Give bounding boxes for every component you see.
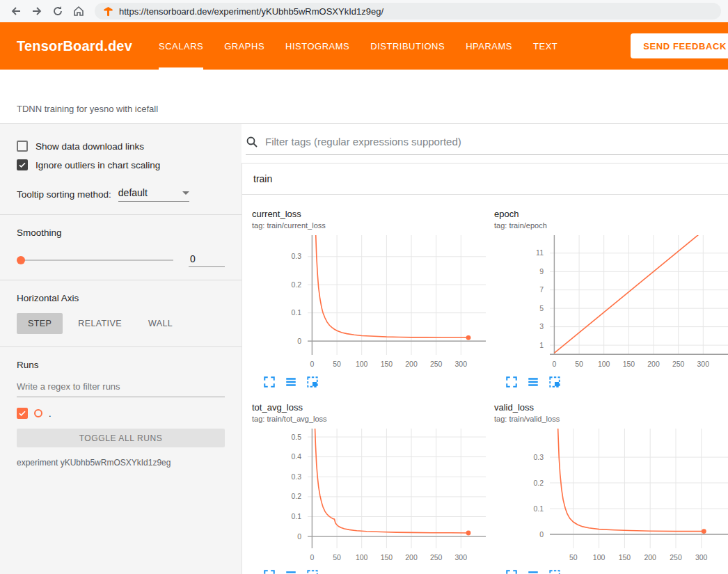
scalars-main-panel: train current_loss tag: train/current_lo…: [242, 124, 728, 574]
home-icon[interactable]: [70, 2, 88, 20]
chevron-down-icon: [182, 191, 189, 195]
sidebar-divider: [0, 346, 242, 347]
svg-text:0: 0: [539, 530, 544, 539]
expand-chart-icon[interactable]: [505, 376, 518, 388]
top-nav: SCALARS GRAPHS HISTOGRAMS DISTRIBUTIONS …: [159, 22, 557, 70]
svg-text:0: 0: [297, 337, 301, 345]
slider-thumb[interactable]: [17, 256, 25, 264]
svg-text:0.2: 0.2: [291, 492, 301, 500]
svg-text:50: 50: [333, 360, 341, 368]
svg-text:0: 0: [310, 553, 314, 561]
run-row[interactable]: .: [17, 408, 225, 419]
svg-text:0: 0: [297, 532, 301, 541]
svg-text:200: 200: [647, 360, 660, 368]
ignore-outliers-checkbox[interactable]: [17, 159, 28, 170]
axis-step-button[interactable]: STEP: [17, 313, 63, 334]
svg-text:0.2: 0.2: [533, 479, 544, 487]
sidebar-divider: [0, 214, 242, 215]
tab-graphs[interactable]: GRAPHS: [224, 22, 264, 70]
address-bar[interactable]: https://tensorboard.dev/experiment/yKUbh…: [95, 3, 721, 19]
svg-text:11: 11: [536, 248, 544, 257]
svg-text:300: 300: [697, 360, 710, 368]
chart-actions: [252, 376, 490, 388]
chart-card-epoch: epoch tag: train/epoch 13579110501001502…: [490, 209, 728, 388]
tab-distributions[interactable]: DISTRIBUTIONS: [370, 22, 445, 70]
svg-text:150: 150: [619, 553, 631, 561]
svg-text:0.2: 0.2: [291, 280, 301, 289]
data-table-icon[interactable]: [527, 569, 539, 574]
svg-text:150: 150: [381, 553, 393, 561]
expand-chart-icon[interactable]: [505, 569, 518, 574]
svg-text:200: 200: [644, 553, 656, 561]
fit-domain-icon[interactable]: [306, 569, 319, 574]
axis-wall-button[interactable]: WALL: [137, 313, 184, 334]
svg-text:0.3: 0.3: [291, 472, 301, 481]
smoothing-value-field[interactable]: [189, 253, 225, 267]
chart-actions: [494, 569, 728, 574]
scalar-chart[interactable]: 00.10.20.3050100150200250300: [252, 232, 490, 373]
send-feedback-button[interactable]: SEND FEEDBACK: [631, 33, 728, 58]
forward-icon[interactable]: [28, 2, 46, 20]
expand-chart-icon[interactable]: [263, 376, 276, 388]
toggle-all-runs-button[interactable]: TOGGLE ALL RUNS: [17, 429, 225, 447]
svg-text:300: 300: [455, 360, 468, 368]
smoothing-label: Smoothing: [17, 228, 225, 238]
scalar-chart[interactable]: 00.10.20.30.40.5050100150200250300: [252, 426, 490, 566]
experiment-subtitle-bar: TDNN training for yesno with icefall: [0, 70, 728, 124]
show-download-links-label: Show data download links: [35, 141, 144, 152]
back-icon[interactable]: [7, 2, 25, 20]
fit-domain-icon[interactable]: [306, 376, 319, 388]
fit-domain-icon[interactable]: [548, 569, 561, 574]
app-header: TensorBoard.dev SCALARS GRAPHS HISTOGRAM…: [0, 22, 728, 70]
run-color-swatch: [34, 409, 42, 417]
data-table-icon[interactable]: [527, 376, 539, 388]
url-text: https://tensorboard.dev/experiment/yKUbh…: [119, 6, 383, 17]
section-header-train[interactable]: train: [242, 164, 728, 195]
chart-card-valid-loss: valid_loss tag: train/valid_loss 00.10.2…: [490, 402, 728, 574]
tensorboard-favicon: [103, 6, 113, 17]
chart-card-tot-avg-loss: tot_avg_loss tag: train/tot_avg_loss 00.…: [248, 402, 490, 574]
svg-text:100: 100: [356, 360, 368, 368]
tab-histograms[interactable]: HISTOGRAMS: [285, 22, 349, 70]
svg-text:3: 3: [539, 322, 544, 330]
chart-title: valid_loss: [494, 402, 728, 413]
svg-text:150: 150: [623, 360, 635, 368]
show-download-links-checkbox[interactable]: [17, 141, 28, 152]
charts-grid: current_loss tag: train/current_loss 00.…: [242, 195, 728, 574]
browser-chrome: https://tensorboard.dev/experiment/yKUbh…: [0, 0, 728, 22]
data-table-icon[interactable]: [285, 569, 297, 574]
scalar-chart[interactable]: 1357911050100150200250300: [494, 232, 728, 373]
chart-tag: tag: train/valid_loss: [494, 415, 728, 423]
svg-text:50: 50: [333, 553, 341, 561]
chart-card-current-loss: current_loss tag: train/current_loss 00.…: [248, 209, 490, 388]
tag-filter-input[interactable]: [264, 135, 728, 148]
chart-title: tot_avg_loss: [252, 402, 490, 413]
svg-text:250: 250: [672, 360, 685, 368]
svg-text:250: 250: [430, 360, 443, 368]
search-icon: [246, 136, 258, 148]
smoothing-slider[interactable]: [17, 255, 173, 265]
reload-icon[interactable]: [49, 2, 67, 20]
tab-text[interactable]: TEXT: [533, 22, 557, 70]
tooltip-sorting-label: Tooltip sorting method:: [17, 189, 111, 200]
axis-relative-button[interactable]: RELATIVE: [67, 313, 133, 334]
fit-domain-icon[interactable]: [548, 376, 561, 388]
tooltip-sorting-dropdown[interactable]: default: [118, 187, 189, 202]
chart-tag: tag: train/current_loss: [252, 221, 490, 230]
run-checkbox[interactable]: [17, 408, 28, 419]
svg-text:250: 250: [430, 553, 443, 561]
svg-text:150: 150: [381, 360, 393, 368]
runs-filter-input[interactable]: [17, 376, 225, 397]
svg-text:200: 200: [405, 360, 418, 368]
tab-hparams[interactable]: HPARAMS: [466, 22, 512, 70]
svg-text:0.3: 0.3: [533, 453, 544, 461]
tab-scalars[interactable]: SCALARS: [159, 22, 203, 70]
data-table-icon[interactable]: [285, 376, 297, 388]
expand-chart-icon[interactable]: [263, 569, 276, 574]
train-section-card: train current_loss tag: train/current_lo…: [242, 163, 728, 574]
slider-track: [17, 260, 173, 261]
experiment-subtitle: TDNN training for yesno with icefall: [17, 104, 158, 114]
scalar-chart[interactable]: 00.10.20.350100150200250300: [494, 426, 728, 566]
svg-text:0: 0: [552, 360, 556, 368]
tag-filter-row: [246, 135, 728, 155]
